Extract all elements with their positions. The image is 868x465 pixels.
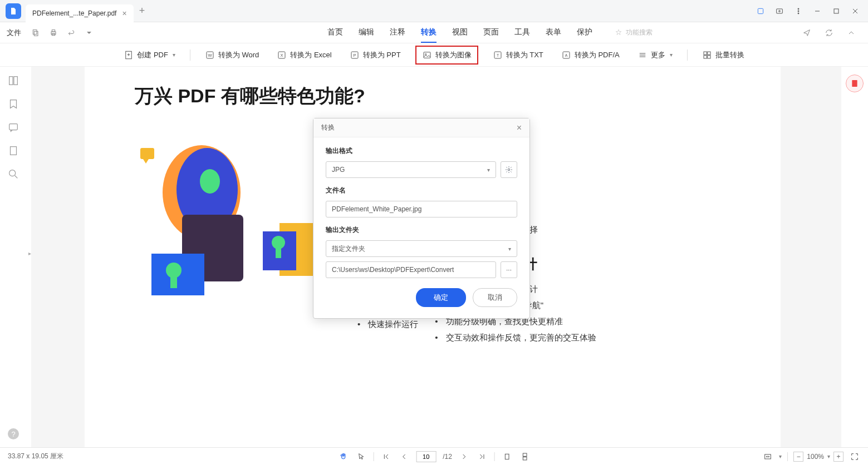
new-tab-button[interactable]: + [139, 5, 145, 17]
tab-tool[interactable]: 工具 [514, 23, 530, 43]
batch-icon [702, 50, 712, 60]
dialog-header[interactable]: 转换 × [313, 118, 529, 137]
window-close-button[interactable] [847, 3, 864, 19]
pdf-export-button[interactable] [846, 75, 864, 92]
thumbnails-icon[interactable] [7, 75, 19, 87]
filename-label: 文件名 [326, 186, 517, 195]
svg-rect-35 [704, 55, 707, 58]
folder-path-value: C:\Users\ws\Desktop\PDFExpert\Convert [332, 266, 454, 274]
to-excel-button[interactable]: X 转换为 Excel [273, 48, 335, 62]
app-mini-icon[interactable] [752, 3, 769, 19]
page-total: /12 [443, 453, 452, 461]
tab-close-icon[interactable]: × [122, 9, 126, 18]
hand-tool-icon[interactable] [337, 451, 349, 462]
tab-home[interactable]: 首页 [327, 23, 343, 43]
to-ppt-label: 转换为 PPT [363, 50, 401, 60]
copy-icon[interactable] [28, 25, 43, 41]
window-minimize-button[interactable] [809, 3, 826, 19]
create-pdf-button[interactable]: 创建 PDF ▾ [120, 48, 179, 62]
separator [687, 50, 688, 61]
fullscreen-icon[interactable] [849, 451, 860, 462]
bookmark-icon[interactable] [7, 98, 19, 110]
file-menu[interactable]: 文件 [7, 28, 21, 38]
page-number-input[interactable] [416, 451, 436, 462]
function-search[interactable]: 功能搜索 [615, 28, 653, 37]
ok-button[interactable]: 确定 [416, 288, 466, 307]
window-maximize-button[interactable] [828, 3, 845, 19]
chevron-down-icon[interactable]: ▾ [827, 453, 830, 459]
tab-convert[interactable]: 转换 [421, 23, 437, 43]
to-word-button[interactable]: W 转换为 Word [202, 48, 262, 62]
tab-form[interactable]: 表单 [546, 23, 561, 43]
collapse-icon[interactable] [844, 25, 859, 41]
filename-value: PDFelement_White_Paper.jpg [332, 205, 421, 213]
to-excel-label: 转换为 Excel [290, 50, 331, 60]
cancel-button[interactable]: 取消 [473, 288, 517, 307]
batch-convert-button[interactable]: 批量转换 [699, 48, 748, 62]
first-page-icon[interactable] [380, 451, 391, 462]
folder-mode-select[interactable]: 指定文件夹 ▾ [326, 240, 517, 257]
to-ppt-button[interactable]: P 转换为 PPT [346, 48, 404, 62]
send-icon[interactable] [799, 25, 815, 41]
attachment-icon[interactable] [7, 145, 19, 157]
svg-rect-1 [777, 9, 783, 13]
chevron-down-icon: ▾ [487, 167, 490, 173]
word-icon: W [205, 50, 215, 60]
menubar: 文件 首页 编辑 注释 转换 视图 页面 工具 表单 保护 功能搜索 [0, 22, 868, 43]
svg-rect-0 [758, 8, 763, 13]
separator [373, 452, 374, 461]
folder-path-input[interactable]: C:\Users\ws\Desktop\PDFExpert\Convert [326, 261, 496, 278]
dropdown-icon[interactable] [81, 25, 97, 41]
print-icon[interactable] [46, 25, 61, 41]
browse-folder-button[interactable]: ··· [501, 261, 517, 278]
to-pdfa-button[interactable]: A 转换为 PDF/A [558, 48, 623, 62]
list-item: 交互动效和操作反馈，更完善的交互体验 [435, 333, 596, 343]
to-image-label: 转换为图像 [435, 50, 472, 60]
select-tool-icon[interactable] [355, 451, 366, 462]
tab-view[interactable]: 视图 [452, 23, 468, 43]
tab-edit[interactable]: 编辑 [359, 23, 374, 43]
more-label: 更多 [651, 50, 665, 60]
screenshot-icon[interactable] [771, 3, 788, 19]
svg-rect-13 [52, 29, 55, 31]
format-settings-button[interactable] [501, 161, 517, 178]
folder-mode-value: 指定文件夹 [332, 244, 365, 254]
svg-rect-43 [852, 80, 857, 87]
list-item: 快速操作运行 [357, 319, 418, 330]
prev-page-icon[interactable] [398, 451, 409, 462]
tab-comment[interactable]: 注释 [390, 23, 405, 43]
zoom-in-button[interactable]: + [833, 452, 844, 462]
svg-point-4 [798, 11, 799, 12]
sync-icon[interactable] [821, 25, 837, 41]
svg-rect-40 [11, 147, 17, 155]
chevron-down-icon: ▾ [173, 52, 175, 58]
document-tab[interactable]: PDFelement_...te_Paper.pdf × [26, 4, 134, 22]
svg-rect-11 [33, 29, 37, 34]
svg-point-25 [425, 53, 426, 55]
fit-width-icon[interactable] [762, 451, 773, 462]
more-menu-icon[interactable] [790, 3, 807, 19]
tab-page[interactable]: 页面 [483, 23, 499, 43]
separator [190, 50, 190, 61]
comment-icon[interactable] [7, 121, 19, 133]
more-button[interactable]: 更多 ▾ [634, 48, 676, 62]
chevron-down-icon: ▾ [670, 52, 673, 58]
single-page-icon[interactable] [502, 451, 513, 462]
output-format-select[interactable]: JPG ▾ [326, 161, 496, 178]
next-page-icon[interactable] [459, 451, 470, 462]
svg-rect-54 [170, 275, 177, 288]
dialog-close-icon[interactable]: × [517, 123, 522, 133]
to-txt-button[interactable]: T 转换为 TXT [489, 48, 547, 62]
help-button[interactable]: ? [8, 428, 19, 439]
svg-rect-58 [523, 453, 527, 456]
chevron-down-icon[interactable]: ▾ [779, 453, 782, 459]
to-image-button[interactable]: 转换为图像 [415, 46, 478, 65]
continuous-page-icon[interactable] [519, 451, 531, 462]
search-icon[interactable] [7, 168, 19, 180]
tab-protect[interactable]: 保护 [577, 23, 592, 43]
undo-icon[interactable] [63, 25, 79, 41]
app-logo-icon[interactable] [6, 3, 21, 19]
last-page-icon[interactable] [477, 451, 488, 462]
zoom-out-button[interactable]: − [793, 452, 803, 462]
filename-input[interactable]: PDFelement_White_Paper.jpg [326, 201, 517, 217]
